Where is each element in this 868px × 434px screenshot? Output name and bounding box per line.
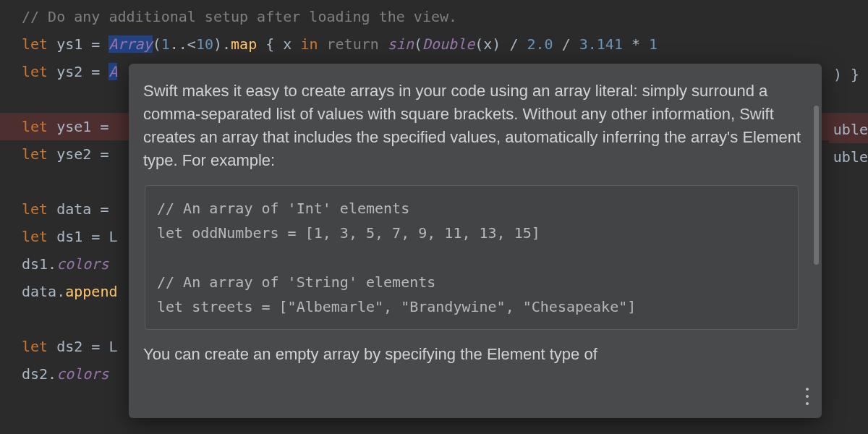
keyword-return: return: [327, 35, 379, 53]
code-line[interactable]: // Do any additional setup after loading…: [0, 3, 868, 30]
code-line[interactable]: let ys1 = Array(1..<10).map { x in retur…: [0, 30, 868, 58]
comment: // Do any additional setup after loading…: [22, 8, 457, 25]
type-array: Array: [109, 35, 152, 53]
code-fragment: uble: [829, 143, 868, 171]
identifier: ys1: [48, 35, 91, 53]
code-fragment: ) }: [833, 61, 859, 88]
fn-sin: sin: [379, 35, 414, 53]
doc-code-example: // An array of 'Int' elements let oddNum…: [145, 185, 799, 330]
more-options-icon[interactable]: [801, 388, 813, 405]
type-double: Double: [422, 35, 475, 53]
popup-scrollbar[interactable]: [814, 106, 819, 265]
documentation-popup[interactable]: Swift makes it easy to create arrays in …: [129, 64, 822, 418]
fn-map: map: [231, 35, 257, 53]
keyword-in: in: [300, 35, 326, 53]
keyword-let: let: [22, 35, 48, 53]
doc-paragraph: You can create an empty array by specify…: [143, 343, 803, 366]
doc-paragraph: Swift makes it easy to create arrays in …: [143, 80, 803, 172]
code-fragment: uble: [829, 116, 868, 143]
